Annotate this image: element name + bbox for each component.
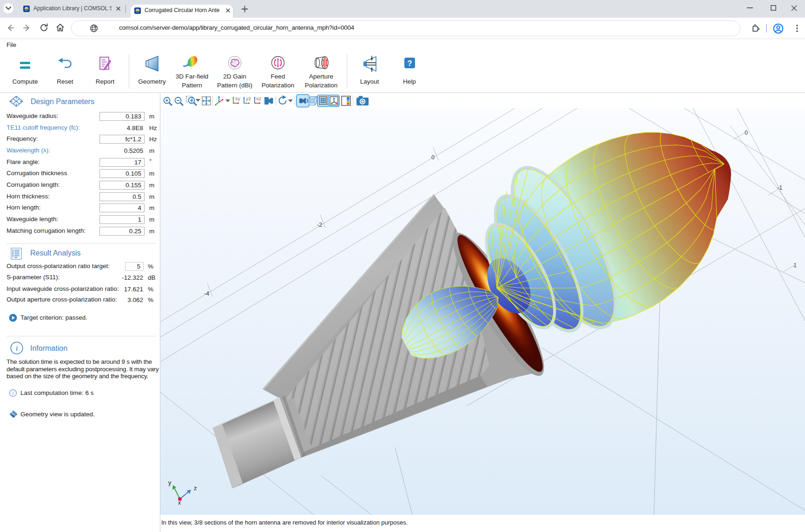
svg-text:y: y <box>168 479 172 486</box>
svg-text:yz: yz <box>246 96 251 101</box>
svg-text:1: 1 <box>793 262 797 269</box>
svg-text:i: i <box>13 391 14 396</box>
svg-text:0: 0 <box>745 130 748 136</box>
svg-text:-2: -2 <box>317 222 322 228</box>
svg-text:-4: -4 <box>204 290 209 297</box>
svg-text:?: ? <box>407 59 412 68</box>
svg-text:-1: -1 <box>777 184 782 191</box>
svg-text:xz: xz <box>256 96 261 101</box>
svg-text:i: i <box>16 344 18 353</box>
svg-text:xy: xy <box>235 96 241 101</box>
svg-text:z: z <box>194 485 197 492</box>
svg-text:0: 0 <box>431 154 435 161</box>
